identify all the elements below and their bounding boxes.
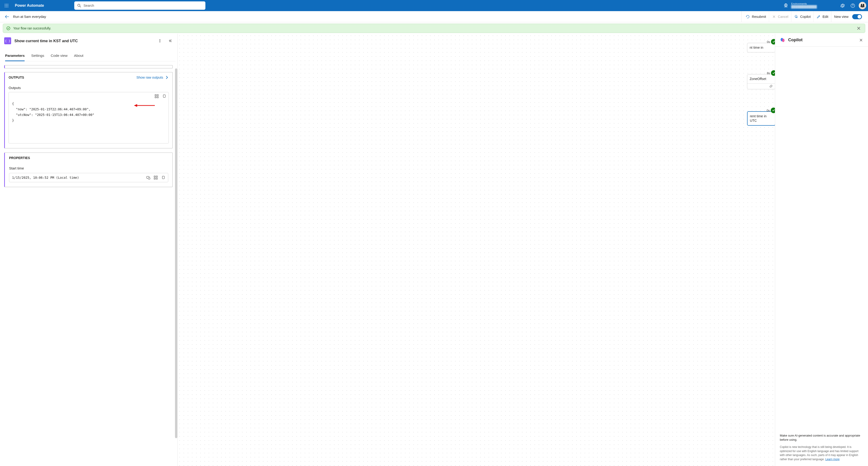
svg-point-3 <box>5 5 6 6</box>
help-icon <box>850 3 855 8</box>
svg-point-6 <box>5 7 6 7</box>
svg-point-9 <box>78 4 80 6</box>
svg-line-10 <box>80 6 81 7</box>
svg-point-4 <box>6 5 7 6</box>
app-launcher[interactable] <box>3 2 10 9</box>
success-banner: Your flow ran successfully. <box>3 24 865 33</box>
search-input[interactable] <box>84 4 203 7</box>
env-label: Environments <box>791 2 834 5</box>
banner-message: Your flow ran successfully. <box>13 26 51 30</box>
toggle-switch[interactable] <box>852 14 862 19</box>
cancel-button: Cancel <box>769 11 791 22</box>
copilot-icon <box>794 14 798 19</box>
search-box[interactable] <box>74 1 206 10</box>
svg-point-13 <box>852 6 853 7</box>
avatar[interactable]: 👨‍👩‍👧 <box>859 2 866 9</box>
edit-button[interactable]: Edit <box>813 11 831 22</box>
brand-title[interactable]: Power Automate <box>15 3 44 8</box>
svg-point-5 <box>8 5 8 6</box>
svg-point-2 <box>8 4 8 5</box>
copilot-button[interactable]: Copilot <box>791 11 813 22</box>
waffle-icon <box>5 4 8 7</box>
check-circle-icon <box>6 26 10 30</box>
refresh-icon <box>746 14 750 19</box>
top-bar: Power Automate Environments ████████████… <box>0 0 868 11</box>
back-button[interactable] <box>3 13 11 21</box>
settings-button[interactable] <box>838 1 847 10</box>
svg-point-8 <box>8 7 8 7</box>
env-value: ████████████ <box>791 5 834 9</box>
svg-point-7 <box>6 7 7 7</box>
environment-picker[interactable]: Environments ████████████ <box>781 1 836 10</box>
svg-point-1 <box>6 4 7 5</box>
help-button[interactable] <box>848 1 857 10</box>
pencil-icon <box>816 14 820 19</box>
search-icon <box>77 3 81 8</box>
command-bar: Run at 5am everyday Resubmit Cancel Copi… <box>0 11 868 22</box>
flow-name: Run at 5am everyday <box>13 14 46 19</box>
new-view-toggle[interactable]: New view <box>831 11 865 22</box>
svg-point-0 <box>5 4 6 5</box>
close-icon <box>772 14 776 19</box>
gear-icon <box>840 3 845 8</box>
resubmit-button[interactable]: Resubmit <box>741 11 769 22</box>
banner-close[interactable] <box>856 25 862 31</box>
globe-grid-icon <box>783 3 788 8</box>
